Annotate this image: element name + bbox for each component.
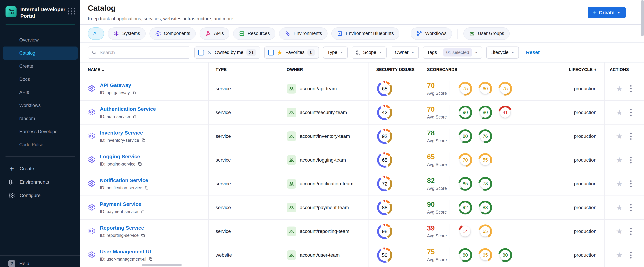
favorite-star-icon[interactable]: ★	[616, 251, 623, 259]
tab-all[interactable]: All	[88, 28, 104, 40]
avg-score-value: 39	[427, 224, 449, 232]
scorecard-rings: 85 78	[458, 177, 492, 191]
tags-dropdown-label: Tags	[427, 50, 437, 55]
page-header: Catalog Keep track of applications, serv…	[80, 0, 644, 25]
scorecard-rings: 14 65	[458, 224, 492, 238]
sidebar-bottom-item-configure[interactable]: Configure	[3, 189, 78, 202]
lifecycle-dropdown[interactable]: Lifecycle ▼	[486, 46, 519, 58]
row-menu-icon[interactable]	[629, 156, 633, 164]
create-button[interactable]: + Create ▼	[588, 7, 626, 18]
scope-dropdown[interactable]: Scope ▼	[352, 46, 386, 58]
scorecard-ring-value: 78	[483, 181, 488, 186]
person-icon	[207, 50, 212, 55]
favorites-checkbox[interactable]	[268, 50, 274, 56]
component-name-link[interactable]: Payment Service	[100, 201, 141, 207]
tab-environment-blueprints[interactable]: Environment Blueprints	[331, 28, 399, 40]
tab-components[interactable]: Components	[150, 28, 196, 40]
favorite-star-icon[interactable]: ★	[616, 109, 623, 116]
favorite-star-icon[interactable]: ★	[616, 85, 623, 92]
entity-tabs: AllSystemsComponentsAPIsResourcesEnviron…	[80, 25, 644, 43]
component-id: ID: user-management-ui	[100, 257, 146, 262]
avg-score-value: 82	[427, 177, 449, 184]
favorite-star-icon[interactable]: ★	[616, 132, 623, 140]
search-input[interactable]	[100, 50, 186, 55]
copy-icon[interactable]	[132, 114, 136, 119]
tab-systems[interactable]: Systems	[108, 28, 146, 40]
row-menu-icon[interactable]	[629, 132, 633, 141]
favorite-star-icon[interactable]: ★	[616, 204, 623, 211]
sidebar-bottom-item-environments[interactable]: Environments	[3, 175, 78, 189]
copy-icon[interactable]	[140, 209, 145, 214]
lifecycle-value: production	[574, 205, 596, 210]
copy-icon[interactable]	[132, 90, 136, 95]
sidebar-item-random[interactable]: random	[3, 112, 78, 125]
scorecard-divider	[449, 224, 450, 239]
column-header-lifecycle[interactable]: LIFECYCLE ▲▼	[541, 62, 604, 77]
favorite-star-icon[interactable]: ★	[616, 180, 623, 188]
owned-by-me-checkbox[interactable]	[198, 50, 204, 56]
row-menu-icon[interactable]	[629, 179, 633, 188]
scorecard-ring-value: 85	[463, 181, 468, 186]
sidebar-item-catalog[interactable]: Catalog	[3, 46, 78, 60]
row-menu-icon[interactable]	[629, 84, 633, 93]
component-name-link[interactable]: Inventory Service	[100, 130, 143, 136]
favorite-star-icon[interactable]: ★	[616, 228, 623, 235]
tab-apis[interactable]: APIs	[200, 28, 229, 40]
sidebar-item-harness-develope-[interactable]: Harness Develope...	[3, 125, 78, 138]
systems-icon	[113, 30, 120, 37]
scorecard-ring-value: 60	[483, 86, 488, 92]
security-issues-ring: 88	[377, 200, 392, 215]
sidebar-item-overview[interactable]: Overview	[3, 34, 78, 46]
sidebar-item-help[interactable]: ? Help	[0, 255, 80, 267]
security-issues-value: 65	[382, 157, 388, 163]
sidebar-item-docs[interactable]: Docs	[3, 73, 78, 86]
component-name-link[interactable]: Notification Service	[100, 178, 148, 183]
horizontal-scrollbar[interactable]	[142, 264, 182, 266]
copy-icon[interactable]	[148, 257, 153, 261]
tab-workflows[interactable]: Workflows	[411, 28, 452, 40]
row-menu-icon[interactable]	[629, 251, 633, 260]
favorites-filter[interactable]: ★ Favorites 0	[264, 46, 319, 58]
apps-grid-icon[interactable]	[68, 8, 76, 14]
sidebar-item-workflows[interactable]: Workflows	[3, 99, 78, 112]
copy-icon[interactable]	[138, 162, 142, 166]
sidebar-item-apis[interactable]: APIs	[3, 86, 78, 99]
component-name-link[interactable]: Authentication Service	[100, 106, 156, 112]
component-name-link[interactable]: API Gateway	[100, 82, 131, 88]
component-id: ID: notification-service	[100, 185, 142, 190]
brand: Internal Developer Portal	[0, 0, 80, 19]
sidebar-bottom-item-create[interactable]: +Create	[3, 162, 78, 175]
owner-dropdown[interactable]: Owner ▼	[391, 46, 419, 58]
component-name-link[interactable]: User Management UI	[100, 249, 151, 254]
component-name-link[interactable]: Reporting Service	[100, 225, 144, 231]
component-name-link[interactable]: Logging Service	[100, 154, 140, 159]
tab-resources[interactable]: Resources	[233, 28, 275, 40]
resources-icon	[239, 30, 245, 37]
component-id: ID: auth-service	[100, 114, 130, 119]
copy-icon[interactable]	[141, 233, 145, 238]
favorite-star-icon[interactable]: ★	[616, 156, 623, 164]
owned-by-me-filter[interactable]: Owned by me 21	[194, 46, 260, 58]
row-menu-icon[interactable]	[629, 227, 633, 236]
reset-filters-link[interactable]: Reset	[526, 50, 540, 55]
tags-dropdown[interactable]: Tags 01 selected ▼	[423, 46, 482, 58]
component-id: ID: api-gateway	[100, 90, 130, 95]
security-issues-value: 65	[382, 86, 388, 92]
copy-icon[interactable]	[141, 138, 146, 142]
table-row: Payment Service ID: payment-service serv…	[80, 196, 644, 219]
type-dropdown[interactable]: Type ▼	[323, 46, 348, 58]
search-box[interactable]	[88, 46, 190, 58]
lifecycle-value: production	[574, 86, 596, 92]
row-menu-icon[interactable]	[629, 203, 633, 212]
row-menu-icon[interactable]	[629, 108, 633, 117]
sidebar-item-create[interactable]: Create	[3, 60, 78, 73]
tab-environments[interactable]: Environments	[279, 28, 328, 40]
tab-group-divider	[458, 28, 458, 38]
column-header-name[interactable]: NAME ▲	[80, 62, 209, 77]
vertical-scrollbar[interactable]	[641, 0, 644, 36]
tab-user-groups[interactable]: User Groups	[463, 28, 510, 40]
sidebar-item-code-pulse[interactable]: Code Pulse	[3, 138, 78, 151]
owner-name: account/logging-team	[300, 157, 346, 163]
copy-icon[interactable]	[144, 186, 149, 190]
security-issues-ring: 72	[377, 176, 392, 192]
